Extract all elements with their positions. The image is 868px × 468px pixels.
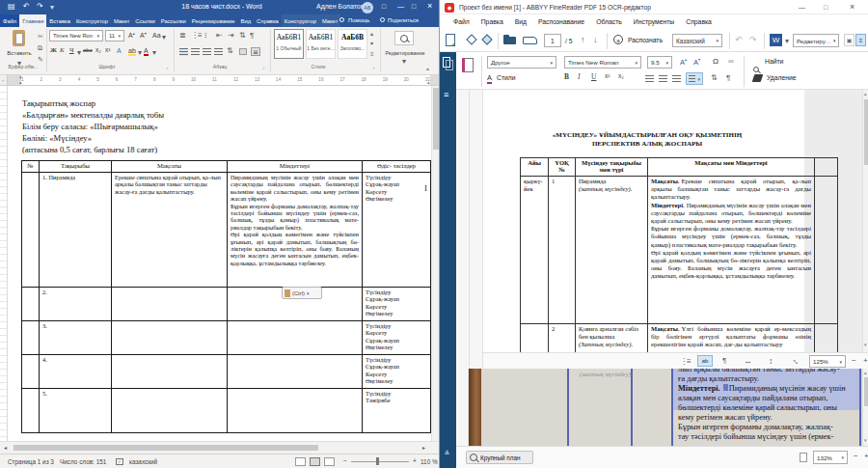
scrollbar-thumb[interactable] [864, 377, 868, 406]
borders-icon[interactable]: ⊞ [251, 47, 260, 56]
change-case-button[interactable]: Аа [152, 32, 161, 39]
subscript-button[interactable]: x₂ [95, 47, 101, 54]
ocr-cell-goals[interactable]: Мақсаты.Үлгі бойынша көлеміне қарай ер-м… [648, 324, 815, 352]
scroll-down-icon[interactable] [864, 438, 867, 443]
text-effects-button[interactable]: А [117, 47, 122, 54]
show-marks-icon[interactable] [250, 32, 254, 40]
bold-button[interactable]: B [564, 73, 569, 81]
editor-zoom-select[interactable]: 125%▾ [809, 355, 846, 368]
erase-button[interactable]: Удаление [767, 74, 797, 81]
align-left-icon[interactable] [179, 48, 188, 56]
zoom-in-icon[interactable]: + [413, 457, 417, 464]
scroll-up-icon[interactable] [864, 92, 867, 96]
open-folder-icon[interactable] [503, 37, 516, 44]
font-select[interactable]: Times New Roman▾ [564, 56, 641, 69]
decrease-indent-icon[interactable] [216, 32, 223, 40]
table-cell-methods[interactable]: Түсіндіру Сұрақ-жауап Көрсету Әңгімелеу [363, 173, 431, 288]
ocr-cell-topic[interactable]: Қоянға арналған сәбіз бен қызылша (Затты… [576, 324, 648, 352]
paste-options-popup[interactable]: (Ctrl) ▾ [282, 287, 322, 299]
paragraph-dialog-launcher-icon[interactable] [262, 65, 264, 69]
align-right-icon[interactable] [203, 48, 211, 56]
find-button[interactable]: Найти [765, 58, 783, 65]
zoom-out-icon[interactable]: − [854, 452, 858, 460]
zoom-in-icon[interactable]: + [863, 356, 868, 365]
shrink-font-button[interactable]: А▾ [140, 32, 147, 39]
cut-icon[interactable] [38, 33, 43, 40]
table-cell[interactable] [112, 355, 228, 389]
superscript-button[interactable]: x² [605, 73, 610, 80]
table-cell[interactable] [112, 288, 228, 321]
undo-icon[interactable] [735, 36, 743, 44]
align-left-icon[interactable] [645, 75, 654, 83]
avatar[interactable]: АБ [362, 2, 373, 14]
warning-icon[interactable] [443, 448, 451, 456]
recognize-button[interactable]: Распознать [628, 37, 663, 43]
font-color-button[interactable]: А [144, 47, 149, 56]
style-card-nospacing[interactable]: АаБбВ1 1 Без инте... [306, 29, 336, 59]
word-horizontal-scrollbar[interactable] [0, 441, 439, 454]
align-right-icon[interactable] [672, 75, 681, 83]
closeup-scrollbar[interactable] [862, 369, 868, 446]
style-card-normal[interactable]: АаБбВ1 1 Обычный [274, 29, 304, 59]
styles-scroll-up-icon[interactable] [370, 31, 373, 37]
scrollbar-thumb[interactable] [864, 99, 868, 165]
export-word-button[interactable]: W [770, 34, 782, 46]
line-spacing-icon[interactable] [227, 47, 233, 55]
undo-icon[interactable] [23, 3, 30, 11]
shrink-font-button[interactable]: А▾ [693, 58, 700, 66]
page-number-input[interactable]: 1 [544, 34, 561, 47]
analyze-layout-icon[interactable] [466, 34, 476, 44]
indent-marker-bottom-icon[interactable] [19, 80, 22, 85]
bold-button[interactable]: Ж [50, 47, 57, 54]
scrollbar-thumb[interactable] [14, 445, 318, 451]
close-icon[interactable] [427, 2, 432, 11]
shading-icon[interactable] [239, 48, 247, 55]
zoom-in-icon[interactable]: + [864, 452, 868, 460]
vertical-ruler[interactable] [0, 86, 8, 441]
styles-more-icon[interactable] [370, 51, 374, 57]
table-cell-methods[interactable]: Түсіндіру Сұрақ-жауап Көрсету Әңгімелеу [363, 355, 431, 389]
scroll-down-icon[interactable] [864, 343, 867, 347]
quick-access-chevron-icon[interactable] [50, 4, 54, 12]
collapse-ribbon-icon[interactable] [426, 66, 429, 71]
scroll-left-icon[interactable] [4, 445, 7, 451]
scroll-right-icon[interactable] [422, 445, 425, 451]
multilevel-list-icon[interactable] [204, 32, 207, 40]
minimize-icon[interactable] [397, 3, 404, 10]
styles-dialog-launcher-icon[interactable] [372, 65, 374, 69]
table-cell[interactable] [228, 321, 363, 355]
ocr-cell-goals[interactable]: Мақсаты.Ерекше сипатына қарай отырып, қа… [648, 177, 815, 324]
grow-font-button[interactable]: А▴ [128, 32, 135, 39]
scroll-up-icon[interactable] [864, 371, 867, 375]
menu-help[interactable]: Справка [680, 14, 718, 29]
find-button[interactable] [394, 31, 414, 45]
table-cell-tasks[interactable]: Пирамиданың мүсінін жасау үшін алақан ме… [228, 173, 363, 288]
tab-file[interactable]: Файл [0, 14, 19, 27]
tellme-help[interactable]: Помощь [348, 17, 369, 23]
ocr-cell-month[interactable] [521, 324, 549, 352]
table-cell[interactable] [112, 389, 228, 433]
symbol-icon[interactable] [713, 58, 719, 66]
ocr-cell-month[interactable]: қыркү- йек [521, 177, 549, 324]
editor-scrollbar[interactable] [862, 90, 868, 352]
tab-table-layout[interactable]: Макет [319, 14, 340, 27]
word-document-page[interactable]: Тақырыптық жоспар «Балдырған» мектепалды… [8, 86, 431, 441]
horizontal-ruler[interactable]: ⌐ 1 2 3 4 5 6 7 8 9 10 11 12 13 14 15 16… [0, 75, 439, 86]
tab-help[interactable]: Справка [254, 14, 282, 27]
zoom-level[interactable]: 110 % [420, 458, 438, 465]
fit-height-icon[interactable] [769, 357, 773, 366]
format-painter-icon[interactable] [38, 56, 43, 63]
numbering-icon[interactable] [191, 32, 202, 40]
table-cell-num[interactable]: 4. [40, 355, 112, 389]
table-cell[interactable] [22, 288, 40, 321]
ocr-cell-extra[interactable] [815, 177, 838, 324]
export-chevron-icon[interactable] [785, 38, 789, 45]
font-name-select[interactable]: Times New Ron▾ [49, 30, 103, 41]
closeup-toggle-button[interactable]: Крупный план [466, 451, 533, 464]
right-indent-marker-icon[interactable] [427, 80, 430, 85]
ordered-view-icon[interactable] [680, 358, 691, 366]
strikethrough-button[interactable]: abc [83, 47, 93, 53]
table-cell-methods[interactable]: Түсіндіру Тәжірибе [363, 389, 431, 433]
style-select[interactable]: Другое▾ [487, 56, 556, 69]
save-icon[interactable] [8, 3, 15, 11]
